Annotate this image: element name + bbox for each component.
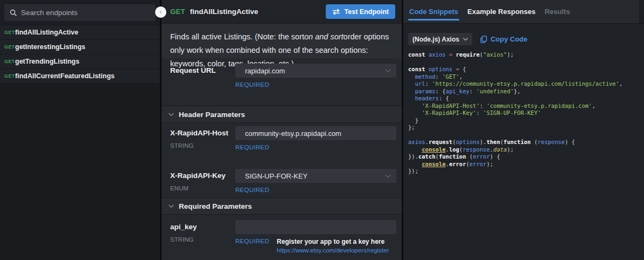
- endpoint-method-label: GET: [170, 8, 185, 16]
- required-parameters-body: api_key STRING REQUIRED Register your ap…: [162, 215, 402, 260]
- panel-edge-strip: [639, 0, 644, 23]
- request-url-select[interactable]: rapidapi.com: [235, 64, 396, 78]
- param-name: api_key: [170, 220, 235, 231]
- method-badge: GET: [4, 30, 15, 35]
- endpoint-header: GET findAllListingActive Test Endpoint: [162, 0, 402, 24]
- test-endpoint-button[interactable]: Test Endpoint: [326, 4, 395, 19]
- param-row-x-rapidapi-key: X-RapidAPI-Key ENUM SIGN-UP-FOR-KEY REQU…: [170, 169, 396, 193]
- method-badge: GET: [4, 44, 15, 50]
- request-url-value: rapidapi.com: [245, 67, 285, 75]
- endpoint-name: getInterestingListings: [15, 43, 86, 51]
- exchange-arrows-icon: [332, 9, 340, 15]
- tab-code-snippets[interactable]: Code Snippets: [408, 0, 459, 23]
- search-input[interactable]: [21, 9, 150, 17]
- request-url-section: Request URL rapidapi.com REQUIRED: [162, 58, 402, 106]
- sidebar-item-getInterestingListings[interactable]: GET getInterestingListings: [0, 40, 160, 54]
- param-name: X-RapidAPI-Key: [170, 169, 235, 180]
- param-note: Register your app to get a key here: [277, 238, 389, 245]
- param-row-x-rapidapi-host: X-RapidAPI-Host STRING community-etsy.p.…: [170, 126, 396, 150]
- collapse-sidebar-button[interactable]: ‹: [155, 6, 166, 18]
- method-badge: GET: [4, 73, 15, 79]
- endpoint-search-box[interactable]: [4, 4, 156, 21]
- section-title: Required Parameters: [179, 202, 252, 210]
- endpoint-list: GET findAllListingActive GET getInterest…: [0, 25, 160, 84]
- chevron-down-icon: [385, 174, 391, 178]
- chevron-left-icon: ‹: [159, 8, 162, 15]
- test-endpoint-label: Test Endpoint: [345, 8, 389, 16]
- endpoint-name: findAllListingActive: [15, 29, 78, 36]
- endpoints-sidebar: GET findAllListingActive GET getInterest…: [0, 0, 160, 260]
- param-name: X-RapidAPI-Host: [170, 126, 235, 137]
- register-link[interactable]: https://www.etsy.com/developers/register: [277, 247, 389, 254]
- required-parameters-section-toggle[interactable]: Required Parameters: [162, 197, 402, 215]
- tab-results[interactable]: Results: [543, 0, 571, 23]
- required-badge: REQUIRED: [235, 144, 396, 150]
- endpoint-title: findAllListingActive: [190, 8, 258, 16]
- param-type: STRING: [170, 142, 235, 149]
- search-icon: [10, 9, 17, 16]
- param-type: ENUM: [170, 185, 235, 191]
- param-type: STRING: [170, 236, 235, 243]
- param-row-api-key: api_key STRING REQUIRED Register your ap…: [170, 220, 396, 254]
- endpoint-name: findAllCurrentFeaturedListings: [15, 72, 115, 80]
- code-panel: Code Snippets Example Responses Results …: [403, 0, 644, 260]
- section-title: Header Parameters: [179, 111, 245, 119]
- sidebar-item-getTrendingListings[interactable]: GET getTrendingListings: [0, 54, 160, 69]
- required-badge: REQUIRED: [235, 238, 269, 244]
- required-badge: REQUIRED: [235, 81, 396, 88]
- request-url-label: Request URL: [170, 64, 235, 88]
- required-badge: REQUIRED: [235, 187, 396, 193]
- copy-icon: [480, 36, 487, 43]
- api-hub-window: GET findAllListingActive GET getInterest…: [0, 0, 644, 260]
- code-panel-tabs: Code Snippets Example Responses Results: [403, 0, 644, 24]
- x-rapidapi-key-select[interactable]: SIGN-UP-FOR-KEY: [235, 169, 396, 183]
- endpoint-description: Finds all active Listings. (Note: the so…: [162, 24, 402, 58]
- tab-example-responses[interactable]: Example Responses: [466, 0, 536, 23]
- sidebar-item-findAllCurrentFeaturedListings[interactable]: GET findAllCurrentFeaturedListings: [0, 69, 160, 84]
- chevron-down-icon: [169, 204, 174, 208]
- chevron-down-icon: [463, 38, 468, 41]
- language-selector[interactable]: (Node.js) Axios: [408, 33, 472, 45]
- endpoint-detail-panel: GET findAllListingActive Test Endpoint F…: [162, 0, 402, 260]
- copy-code-label: Copy Code: [491, 35, 528, 43]
- code-toolbar: (Node.js) Axios Copy Code: [408, 33, 644, 45]
- chevron-down-icon: [169, 113, 174, 117]
- sidebar-item-findAllListingActive[interactable]: GET findAllListingActive: [0, 25, 160, 40]
- header-parameters-body: X-RapidAPI-Host STRING community-etsy.p.…: [162, 123, 402, 197]
- sidebar-empty-area: [0, 84, 160, 260]
- header-parameters-section-toggle[interactable]: Header Parameters: [162, 106, 402, 123]
- copy-code-button[interactable]: Copy Code: [480, 35, 528, 43]
- api-key-input[interactable]: [235, 220, 396, 234]
- x-rapidapi-host-input[interactable]: community-etsy.p.rapidapi.com: [235, 126, 396, 140]
- code-block[interactable]: const axios = require("axios"); const op…: [408, 51, 644, 175]
- chevron-down-icon: [385, 69, 391, 73]
- method-badge: GET: [4, 59, 15, 64]
- endpoint-name: getTrendingListings: [15, 58, 79, 65]
